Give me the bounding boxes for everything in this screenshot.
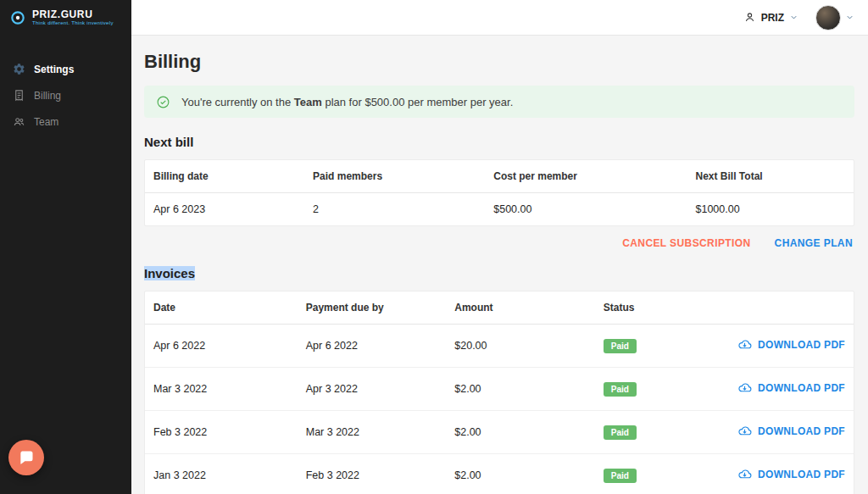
- invoices-heading-highlight: Invoices: [144, 266, 195, 280]
- subscription-actions: CANCEL SUBSCRIPTION CHANGE PLAN: [146, 237, 853, 249]
- column-header: [722, 291, 854, 325]
- plan-banner: You're currently on the Team plan for $5…: [144, 86, 854, 118]
- invoice-status: Paid: [595, 325, 722, 368]
- plan-name: Team: [294, 96, 322, 108]
- sidebar-item-label: Billing: [34, 90, 61, 102]
- download-pdf-button[interactable]: DOWNLOAD PDF: [737, 380, 845, 395]
- next-bill-total-cell: $1000.00: [687, 193, 854, 226]
- status-badge: Paid: [604, 339, 637, 353]
- column-header: Status: [595, 291, 722, 325]
- column-header: Paid members: [304, 160, 485, 193]
- account-menu[interactable]: PRIZ: [743, 11, 798, 24]
- invoice-due: Mar 3 2022: [298, 411, 447, 454]
- column-header: Next Bill Total: [687, 160, 854, 193]
- next-bill-header-row: Billing date Paid members Cost per membe…: [145, 160, 854, 193]
- download-pdf-button[interactable]: DOWNLOAD PDF: [737, 424, 845, 438]
- billing-date-cell: Apr 6 2023: [145, 193, 304, 226]
- topbar: PRIZ: [131, 0, 868, 36]
- brand-tagline: Think different. Think inventively: [32, 20, 114, 26]
- download-pdf-button[interactable]: DOWNLOAD PDF: [737, 467, 845, 481]
- next-bill-heading: Next bill: [144, 135, 854, 149]
- paid-members-cell: 2: [304, 193, 485, 226]
- user-menu[interactable]: [815, 5, 854, 31]
- next-bill-table: Billing date Paid members Cost per membe…: [144, 159, 854, 226]
- invoice-amount: $2.00: [446, 454, 595, 494]
- change-plan-button[interactable]: CHANGE PLAN: [775, 237, 853, 249]
- invoice-status: Paid: [595, 411, 722, 454]
- chevron-down-icon: [845, 13, 854, 22]
- sidebar-item-label: Settings: [34, 64, 74, 75]
- invoice-status: Paid: [595, 454, 722, 494]
- logo-text: PRIZ.GURU Think different. Think inventi…: [32, 9, 114, 27]
- column-header: Billing date: [145, 160, 304, 193]
- sidebar-item-label: Team: [34, 116, 58, 128]
- download-pdf-button[interactable]: DOWNLOAD PDF: [737, 337, 845, 352]
- invoice-date: Feb 3 2022: [145, 411, 298, 454]
- status-badge: Paid: [604, 382, 637, 397]
- sidebar-nav: Settings Billing Team: [0, 56, 131, 135]
- invoice-row: Mar 3 2022 Apr 3 2022 $2.00 Paid DOWNLOA…: [145, 368, 854, 411]
- invoice-row: Apr 6 2022 Apr 6 2022 $20.00 Paid DOWNLO…: [145, 325, 854, 368]
- page-content: Billing You're currently on the Team pla…: [131, 36, 868, 494]
- gear-icon: [13, 63, 25, 75]
- team-icon: [13, 115, 25, 128]
- sidebar-item-team[interactable]: Team: [0, 108, 131, 135]
- invoice-amount: $20.00: [446, 325, 595, 368]
- invoice-amount: $2.00: [446, 411, 595, 454]
- person-icon: [743, 11, 756, 24]
- column-header: Payment due by: [298, 291, 447, 325]
- account-label: PRIZ: [761, 12, 784, 24]
- invoice-due: Apr 6 2022: [298, 325, 447, 368]
- invoice-date: Mar 3 2022: [145, 368, 298, 411]
- invoices-heading: Invoices: [144, 266, 854, 280]
- invoice-due: Feb 3 2022: [298, 454, 447, 494]
- app-window: PRIZ.GURU Think different. Think inventi…: [0, 0, 868, 494]
- invoice-row: Feb 3 2022 Mar 3 2022 $2.00 Paid DOWNLOA…: [145, 411, 854, 454]
- cancel-subscription-button[interactable]: CANCEL SUBSCRIPTION: [622, 237, 750, 249]
- sidebar: PRIZ.GURU Think different. Think inventi…: [0, 0, 131, 494]
- status-badge: Paid: [604, 425, 637, 440]
- invoices-table: Date Payment due by Amount Status Apr 6 …: [144, 291, 854, 494]
- check-circle-icon: [156, 95, 170, 109]
- cost-per-member-cell: $500.00: [485, 193, 687, 226]
- cloud-download-icon: [737, 424, 752, 438]
- column-header: Amount: [446, 291, 595, 325]
- invoice-status: Paid: [595, 368, 722, 411]
- cloud-download-icon: [737, 467, 752, 481]
- invoice-date: Jan 3 2022: [145, 454, 298, 494]
- page-title: Billing: [144, 51, 854, 73]
- chat-bubble-icon: [18, 449, 35, 466]
- invoices-header-row: Date Payment due by Amount Status: [145, 291, 854, 325]
- chevron-down-icon: [789, 13, 798, 22]
- brand-logo: PRIZ.GURU Think different. Think inventi…: [0, 0, 131, 36]
- avatar: [815, 5, 841, 31]
- cloud-download-icon: [737, 337, 752, 352]
- chat-launcher-button[interactable]: [8, 440, 44, 475]
- plan-banner-text: You're currently on the Team plan for $5…: [181, 96, 513, 108]
- cloud-download-icon: [737, 380, 752, 395]
- invoice-icon: [13, 89, 25, 102]
- column-header: Date: [145, 291, 298, 325]
- invoice-amount: $2.00: [446, 368, 595, 411]
- sidebar-item-settings[interactable]: Settings: [0, 56, 131, 82]
- column-header: Cost per member: [485, 160, 687, 193]
- sidebar-item-billing[interactable]: Billing: [0, 82, 131, 108]
- main-area: PRIZ Billing You're currently on the Tea…: [131, 0, 868, 494]
- logo-ring-icon: [9, 9, 26, 26]
- brand-name: PRIZ.GURU: [32, 9, 114, 21]
- next-bill-row: Apr 6 2023 2 $500.00 $1000.00: [145, 193, 854, 226]
- invoice-due: Apr 3 2022: [298, 368, 447, 411]
- status-badge: Paid: [604, 469, 637, 483]
- invoice-row: Jan 3 2022 Feb 3 2022 $2.00 Paid DOWNLOA…: [145, 454, 854, 494]
- invoice-date: Apr 6 2022: [145, 325, 298, 368]
